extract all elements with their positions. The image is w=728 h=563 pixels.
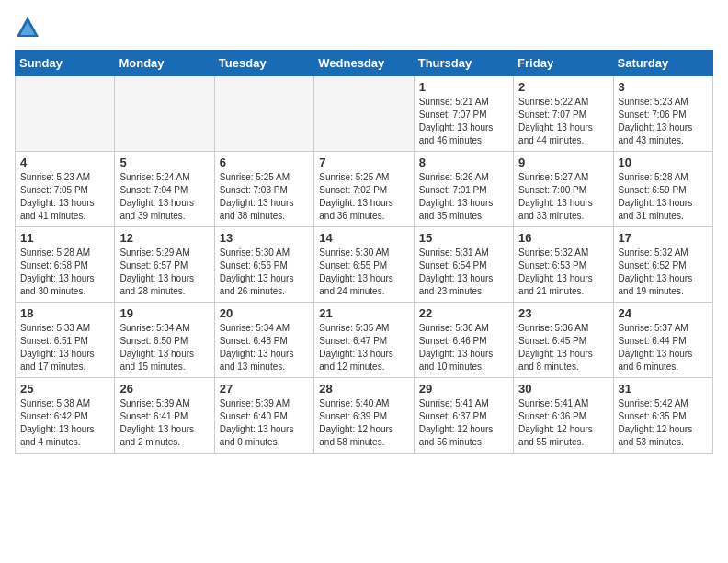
- cell-info: Sunrise: 5:22 AM Sunset: 7:07 PM Dayligh…: [518, 96, 608, 147]
- cell-info: Sunrise: 5:41 AM Sunset: 6:37 PM Dayligh…: [419, 397, 508, 449]
- day-number: 13: [220, 231, 309, 245]
- cell-info: Sunrise: 5:31 AM Sunset: 6:54 PM Dayligh…: [419, 247, 508, 298]
- calendar-cell: 6Sunrise: 5:25 AM Sunset: 7:03 PM Daylig…: [214, 152, 313, 227]
- cell-info: Sunrise: 5:39 AM Sunset: 6:41 PM Dayligh…: [119, 397, 209, 449]
- cell-info: Sunrise: 5:34 AM Sunset: 6:50 PM Dayligh…: [119, 322, 209, 373]
- calendar-cell: [314, 76, 414, 152]
- day-number: 3: [619, 80, 708, 94]
- calendar-cell: 20Sunrise: 5:34 AM Sunset: 6:48 PM Dayli…: [214, 303, 313, 378]
- cell-info: Sunrise: 5:34 AM Sunset: 6:48 PM Dayligh…: [220, 322, 309, 373]
- calendar-cell: 9Sunrise: 5:27 AM Sunset: 7:00 PM Daylig…: [514, 152, 613, 227]
- cell-info: Sunrise: 5:33 AM Sunset: 6:51 PM Dayligh…: [20, 322, 109, 373]
- cell-info: Sunrise: 5:32 AM Sunset: 6:52 PM Dayligh…: [619, 247, 708, 298]
- day-number: 1: [419, 80, 508, 94]
- calendar-cell: 24Sunrise: 5:37 AM Sunset: 6:44 PM Dayli…: [613, 303, 712, 378]
- calendar-cell: 11Sunrise: 5:28 AM Sunset: 6:58 PM Dayli…: [16, 227, 115, 303]
- day-number: 16: [518, 231, 608, 245]
- cell-info: Sunrise: 5:23 AM Sunset: 7:05 PM Dayligh…: [20, 171, 109, 223]
- calendar-cell: [214, 76, 313, 152]
- calendar-cell: 14Sunrise: 5:30 AM Sunset: 6:55 PM Dayli…: [314, 227, 414, 303]
- cell-info: Sunrise: 5:35 AM Sunset: 6:47 PM Dayligh…: [319, 322, 408, 373]
- day-number: 17: [619, 231, 708, 245]
- day-number: 4: [20, 155, 109, 169]
- cell-info: Sunrise: 5:28 AM Sunset: 6:59 PM Dayligh…: [619, 171, 708, 223]
- calendar-cell: [115, 76, 214, 152]
- weekday-header-tuesday: Tuesday: [214, 51, 313, 76]
- cell-info: Sunrise: 5:25 AM Sunset: 7:02 PM Dayligh…: [319, 171, 408, 223]
- day-number: 2: [518, 80, 608, 94]
- calendar-table: SundayMondayTuesdayWednesdayThursdayFrid…: [15, 50, 713, 454]
- calendar-cell: 25Sunrise: 5:38 AM Sunset: 6:42 PM Dayli…: [16, 378, 115, 454]
- calendar-cell: 5Sunrise: 5:24 AM Sunset: 7:04 PM Daylig…: [115, 152, 214, 227]
- day-number: 25: [20, 382, 109, 396]
- cell-info: Sunrise: 5:24 AM Sunset: 7:04 PM Dayligh…: [119, 171, 209, 223]
- day-number: 8: [419, 155, 508, 169]
- day-number: 19: [119, 306, 209, 320]
- calendar-header-row: SundayMondayTuesdayWednesdayThursdayFrid…: [16, 51, 713, 76]
- day-number: 31: [619, 382, 708, 396]
- day-number: 20: [220, 306, 309, 320]
- calendar-cell: 27Sunrise: 5:39 AM Sunset: 6:40 PM Dayli…: [214, 378, 313, 454]
- cell-info: Sunrise: 5:38 AM Sunset: 6:42 PM Dayligh…: [20, 397, 109, 449]
- calendar-cell: 16Sunrise: 5:32 AM Sunset: 6:53 PM Dayli…: [514, 227, 613, 303]
- day-number: 15: [419, 231, 508, 245]
- cell-info: Sunrise: 5:42 AM Sunset: 6:35 PM Dayligh…: [619, 397, 708, 449]
- day-number: 26: [119, 382, 209, 396]
- cell-info: Sunrise: 5:37 AM Sunset: 6:44 PM Dayligh…: [619, 322, 708, 373]
- day-number: 14: [319, 231, 408, 245]
- calendar-week-row: 11Sunrise: 5:28 AM Sunset: 6:58 PM Dayli…: [16, 227, 713, 303]
- cell-info: Sunrise: 5:26 AM Sunset: 7:01 PM Dayligh…: [419, 171, 508, 223]
- day-number: 23: [518, 306, 608, 320]
- cell-info: Sunrise: 5:40 AM Sunset: 6:39 PM Dayligh…: [319, 397, 408, 449]
- calendar-week-row: 1Sunrise: 5:21 AM Sunset: 7:07 PM Daylig…: [16, 76, 713, 152]
- calendar-cell: 1Sunrise: 5:21 AM Sunset: 7:07 PM Daylig…: [414, 76, 513, 152]
- calendar-cell: 8Sunrise: 5:26 AM Sunset: 7:01 PM Daylig…: [414, 152, 513, 227]
- page-header: [15, 15, 713, 40]
- day-number: 27: [220, 382, 309, 396]
- calendar-cell: 3Sunrise: 5:23 AM Sunset: 7:06 PM Daylig…: [613, 76, 712, 152]
- calendar-week-row: 4Sunrise: 5:23 AM Sunset: 7:05 PM Daylig…: [16, 152, 713, 227]
- cell-info: Sunrise: 5:21 AM Sunset: 7:07 PM Dayligh…: [419, 96, 508, 147]
- day-number: 21: [319, 306, 408, 320]
- calendar-week-row: 25Sunrise: 5:38 AM Sunset: 6:42 PM Dayli…: [16, 378, 713, 454]
- day-number: 6: [220, 155, 309, 169]
- calendar-cell: 10Sunrise: 5:28 AM Sunset: 6:59 PM Dayli…: [613, 152, 712, 227]
- calendar-cell: 21Sunrise: 5:35 AM Sunset: 6:47 PM Dayli…: [314, 303, 414, 378]
- day-number: 29: [419, 382, 508, 396]
- logo: [15, 15, 44, 40]
- cell-info: Sunrise: 5:25 AM Sunset: 7:03 PM Dayligh…: [220, 171, 309, 223]
- day-number: 28: [319, 382, 408, 396]
- calendar-cell: [16, 76, 115, 152]
- calendar-cell: 4Sunrise: 5:23 AM Sunset: 7:05 PM Daylig…: [16, 152, 115, 227]
- calendar-cell: 7Sunrise: 5:25 AM Sunset: 7:02 PM Daylig…: [314, 152, 414, 227]
- logo-icon: [15, 15, 40, 40]
- cell-info: Sunrise: 5:27 AM Sunset: 7:00 PM Dayligh…: [518, 171, 608, 223]
- calendar-cell: 23Sunrise: 5:36 AM Sunset: 6:45 PM Dayli…: [514, 303, 613, 378]
- calendar-cell: 30Sunrise: 5:41 AM Sunset: 6:36 PM Dayli…: [514, 378, 613, 454]
- calendar-cell: 2Sunrise: 5:22 AM Sunset: 7:07 PM Daylig…: [514, 76, 613, 152]
- calendar-cell: 18Sunrise: 5:33 AM Sunset: 6:51 PM Dayli…: [16, 303, 115, 378]
- calendar-cell: 22Sunrise: 5:36 AM Sunset: 6:46 PM Dayli…: [414, 303, 513, 378]
- day-number: 22: [419, 306, 508, 320]
- cell-info: Sunrise: 5:41 AM Sunset: 6:36 PM Dayligh…: [518, 397, 608, 449]
- calendar-cell: 12Sunrise: 5:29 AM Sunset: 6:57 PM Dayli…: [115, 227, 214, 303]
- cell-info: Sunrise: 5:36 AM Sunset: 6:46 PM Dayligh…: [419, 322, 508, 373]
- day-number: 11: [20, 231, 109, 245]
- cell-info: Sunrise: 5:32 AM Sunset: 6:53 PM Dayligh…: [518, 247, 608, 298]
- cell-info: Sunrise: 5:36 AM Sunset: 6:45 PM Dayligh…: [518, 322, 608, 373]
- calendar-cell: 13Sunrise: 5:30 AM Sunset: 6:56 PM Dayli…: [214, 227, 313, 303]
- calendar-cell: 29Sunrise: 5:41 AM Sunset: 6:37 PM Dayli…: [414, 378, 513, 454]
- cell-info: Sunrise: 5:29 AM Sunset: 6:57 PM Dayligh…: [119, 247, 209, 298]
- cell-info: Sunrise: 5:30 AM Sunset: 6:55 PM Dayligh…: [319, 247, 408, 298]
- calendar-cell: 31Sunrise: 5:42 AM Sunset: 6:35 PM Dayli…: [613, 378, 712, 454]
- day-number: 5: [119, 155, 209, 169]
- cell-info: Sunrise: 5:28 AM Sunset: 6:58 PM Dayligh…: [20, 247, 109, 298]
- day-number: 18: [20, 306, 109, 320]
- weekday-header-sunday: Sunday: [16, 51, 115, 76]
- weekday-header-monday: Monday: [115, 51, 214, 76]
- cell-info: Sunrise: 5:23 AM Sunset: 7:06 PM Dayligh…: [619, 96, 708, 147]
- day-number: 9: [518, 155, 608, 169]
- calendar-cell: 26Sunrise: 5:39 AM Sunset: 6:41 PM Dayli…: [115, 378, 214, 454]
- day-number: 30: [518, 382, 608, 396]
- day-number: 12: [119, 231, 209, 245]
